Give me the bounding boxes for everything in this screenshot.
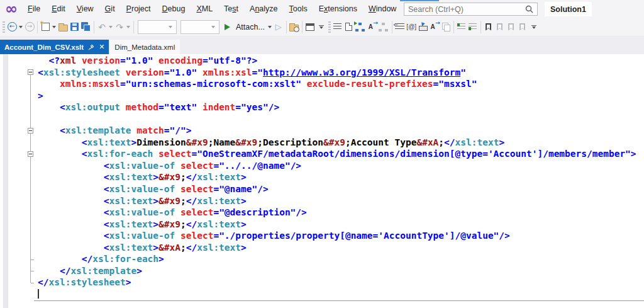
menu-analyze[interactable]: Analyze <box>244 2 283 16</box>
paste-disabled-icon[interactable] <box>441 20 450 34</box>
code-line[interactable] <box>0 288 644 300</box>
menu-tools[interactable]: Tools <box>284 2 313 16</box>
code-line-text: <xsl:output method="text" indent="yes"/> <box>38 101 279 113</box>
menu-view[interactable]: View <box>71 2 99 16</box>
code-line[interactable]: > <box>0 90 644 102</box>
code-line[interactable]: <xsl:output method="text" indent="yes"/> <box>0 101 644 113</box>
toolbar-separator <box>94 21 94 33</box>
code-line[interactable]: <xsl:text>&#x9;</xsl:text> <box>0 219 644 231</box>
fold-margin <box>0 55 38 67</box>
start-without-debug-icon[interactable]: ▷ <box>274 20 283 34</box>
fold-margin <box>0 195 38 207</box>
code-line[interactable]: <?xml version="1.0" encoding="utf-8"?> <box>0 55 644 67</box>
code-line[interactable]: </xsl:stylesheet> <box>0 277 644 288</box>
navigate-back-button[interactable]: ← <box>8 20 17 34</box>
menu-file[interactable]: File <box>22 2 46 16</box>
toolbar-overflow-icon[interactable] <box>316 20 326 34</box>
code-line[interactable]: <xsl:value-of select="@description"/> <box>0 207 644 219</box>
code-line[interactable]: <xsl:value-of select="../../@name"/> <box>0 160 644 172</box>
toolbar-overflow-icon[interactable] <box>529 20 538 34</box>
undo-button[interactable]: ↶ <box>97 20 107 34</box>
new-project-dropdown[interactable] <box>52 26 56 28</box>
code-line[interactable]: <xsl:text>Dimension&#x9;Name&#x9;Descrip… <box>0 137 644 149</box>
menu-extensions[interactable]: Extensions <box>313 2 363 16</box>
menu-edit[interactable]: Edit <box>46 2 71 16</box>
properties-list-icon[interactable] <box>333 20 342 34</box>
visual-studio-logo-icon: ∞ <box>5 3 18 15</box>
next-bookmark-icon[interactable] <box>506 20 516 34</box>
menu-xml[interactable]: XML <box>191 2 218 16</box>
pin-icon[interactable] <box>88 44 94 50</box>
code-line-text: <?xml version="1.0" encoding="utf-8"?> <box>38 55 257 67</box>
toolbar-separator <box>480 21 481 33</box>
save-button[interactable] <box>70 20 79 34</box>
attribute-icon[interactable]: [@] <box>406 20 416 34</box>
format-document-icon[interactable]: A <box>430 20 439 34</box>
fold-collapse-button[interactable] <box>0 67 38 79</box>
fold-collapse-button[interactable] <box>0 125 38 137</box>
toolbar-separator <box>286 21 287 33</box>
navigate-back-dropdown[interactable] <box>19 26 23 28</box>
solution-name[interactable]: Solution1 <box>545 2 592 16</box>
toggle-bookmark-icon[interactable] <box>484 20 493 34</box>
code-line[interactable]: <xsl:for-each select="OneStreamXF/metada… <box>0 148 644 160</box>
code-line[interactable]: <xsl:value-of select="./properties/prope… <box>0 230 644 242</box>
platform-combobox[interactable] <box>180 20 219 34</box>
code-line[interactable]: <xsl:text>&#x9;</xsl:text> <box>0 195 644 207</box>
toolbar-grip[interactable] <box>3 21 5 33</box>
new-project-button[interactable] <box>41 20 50 34</box>
fold-margin <box>0 101 38 113</box>
undo-dropdown[interactable] <box>109 26 113 28</box>
clear-bookmarks-icon[interactable] <box>518 20 527 34</box>
code-line[interactable] <box>0 113 644 125</box>
code-line[interactable]: <xsl:template match="/"> <box>0 125 644 137</box>
toolbar-grip[interactable] <box>328 21 331 33</box>
menu-git[interactable]: Git <box>99 2 121 16</box>
fold-margin <box>0 288 38 300</box>
previous-bookmark-icon[interactable] <box>495 20 504 34</box>
save-all-button[interactable] <box>81 20 91 34</box>
fold-collapse-button[interactable] <box>0 148 38 160</box>
document-outline-icon[interactable] <box>344 20 353 34</box>
tab-dim-metadata[interactable]: Dim_Metadata.xml <box>109 40 180 54</box>
code-line[interactable]: xmlns:msxsl="urn:schemas-microsoft-com:x… <box>0 78 644 90</box>
code-line[interactable]: <xsl:value-of select="@name"/> <box>0 183 644 195</box>
fold-margin <box>0 253 38 265</box>
search-input[interactable]: Search (Ctrl+Q) <box>404 3 538 16</box>
code-line[interactable]: <xsl:stylesheet version="1.0" xmlns:xsl=… <box>0 67 644 79</box>
code-line-text: <xsl:value-of select="./properties/prope… <box>38 230 510 242</box>
schema-view-icon[interactable] <box>355 20 365 34</box>
redo-button[interactable]: ↷ <box>115 20 125 34</box>
menu-debug[interactable]: Debug <box>157 2 191 16</box>
menu-window[interactable]: Window <box>363 2 402 16</box>
code-line-text: <xsl:text>&#x9;</xsl:text> <box>38 219 247 231</box>
decrease-indent-icon[interactable] <box>395 20 404 34</box>
redo-dropdown[interactable] <box>126 26 130 28</box>
comment-selection-icon[interactable] <box>457 20 466 34</box>
navigate-forward-button[interactable]: → <box>25 20 35 34</box>
code-line-text: <xsl:stylesheet version="1.0" xmlns:xsl=… <box>38 67 466 79</box>
insert-snippet-icon[interactable] <box>418 20 428 34</box>
tab-account-dim-csv[interactable]: Account_Dim_CSV.xslt ✕ <box>0 40 109 54</box>
close-icon[interactable]: ✕ <box>99 43 104 50</box>
open-file-button[interactable] <box>58 20 68 34</box>
start-debug-icon[interactable] <box>223 20 232 34</box>
code-line[interactable]: </xsl:template> <box>0 265 644 277</box>
menu-project[interactable]: Project <box>121 2 157 16</box>
find-in-files-icon[interactable] <box>289 20 299 34</box>
solution-explorer-icon[interactable] <box>305 20 314 34</box>
attach-dropdown[interactable] <box>268 26 272 28</box>
code-line-text: </xsl:template> <box>38 265 142 277</box>
uncomment-selection-icon[interactable] <box>468 20 477 34</box>
code-line[interactable]: </xsl:for-each> <box>0 253 644 265</box>
code-editor[interactable]: <?xml version="1.0" encoding="utf-8"?><x… <box>0 54 644 308</box>
schema-disabled-icon[interactable] <box>379 20 389 34</box>
fold-margin <box>0 137 38 149</box>
code-line[interactable]: <xsl:text>&#xA;</xsl:text> <box>0 242 644 254</box>
rename-symbol-icon[interactable]: A <box>367 20 377 34</box>
attach-button-label[interactable]: Attach... <box>236 23 265 31</box>
menu-test[interactable]: Test <box>218 2 244 16</box>
configuration-combobox[interactable] <box>138 20 177 34</box>
code-line[interactable]: <xsl:text>&#x9;</xsl:text> <box>0 171 644 183</box>
code-area[interactable]: <?xml version="1.0" encoding="utf-8"?><x… <box>0 55 644 300</box>
